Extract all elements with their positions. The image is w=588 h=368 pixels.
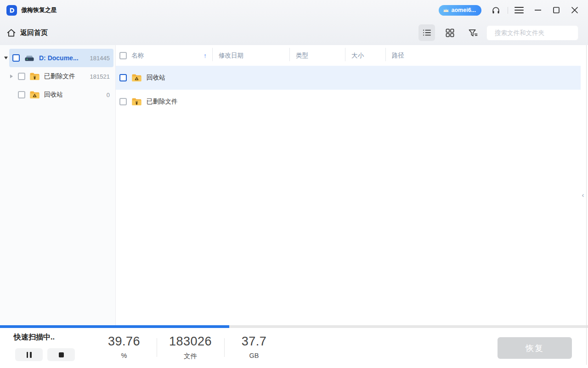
stat-files-value: 183026 — [157, 334, 224, 349]
sidebar-item-label: 回收站 — [44, 91, 63, 99]
maximize-button[interactable] — [549, 3, 563, 17]
column-label: 类型 — [296, 52, 308, 60]
deleted-files-checkbox[interactable] — [18, 73, 25, 80]
titlebar-divider — [508, 7, 508, 14]
top-chrome: 傲梅恢复之星 aomei6... — [0, 0, 588, 45]
back-home-button[interactable]: 返回首页 — [6, 28, 48, 38]
toolbar-right — [412, 24, 578, 41]
scan-status-label: 快速扫描中.. — [14, 333, 55, 342]
collapse-panel-chevron-icon[interactable]: ‹ — [580, 190, 586, 200]
grid-view-icon — [446, 29, 454, 37]
minimize-button[interactable] — [531, 3, 545, 17]
stop-icon — [59, 352, 64, 357]
sidebar-item-recycle-bin[interactable]: 回收站 0 — [3, 86, 113, 104]
column-header-size[interactable]: 大小 — [345, 45, 385, 66]
sidebar-item-count: 181445 — [90, 55, 110, 62]
row-checkbox[interactable] — [119, 98, 127, 105]
stat-percent-unit: % — [91, 352, 157, 359]
stat-percent-value: 39.76 — [91, 334, 157, 349]
row-checkbox[interactable] — [119, 74, 127, 81]
home-icon — [6, 28, 16, 38]
stat-files: 183026 文件 — [157, 334, 224, 361]
folder-trash-icon — [131, 98, 142, 106]
crown-icon — [443, 8, 449, 13]
column-header-type[interactable]: 类型 — [289, 45, 345, 66]
app-title: 傲梅恢复之星 — [21, 6, 57, 14]
column-label: 修改日期 — [219, 52, 243, 60]
title-bar: 傲梅恢复之星 aomei6... — [0, 0, 588, 20]
grid-view-button[interactable] — [441, 24, 458, 41]
column-header-name[interactable]: 名称 ↑ — [116, 45, 212, 66]
toolbar: 返回首页 — [0, 20, 588, 45]
folder-trash-icon — [29, 72, 40, 81]
search-box — [486, 25, 578, 40]
search-input[interactable] — [495, 29, 576, 36]
collapse-toggle-icon[interactable] — [3, 57, 9, 59]
stat-size-unit: GB — [224, 352, 284, 359]
sidebar-item-count: 181521 — [90, 73, 110, 80]
row-name: 已删除文件 — [147, 98, 178, 106]
select-all-checkbox[interactable] — [119, 52, 127, 59]
table-header: 名称 ↑ 修改日期 类型 大小 路径 — [116, 45, 581, 66]
sidebar-item-deleted-files[interactable]: 已删除文件 181521 — [3, 67, 113, 86]
filter-button[interactable] — [464, 24, 481, 41]
status-bar: 快速扫描中.. 39.76 % 183026 文件 37.7 GB 恢复 — [0, 328, 588, 368]
back-home-label: 返回首页 — [20, 29, 48, 37]
sidebar-item-count: 0 — [107, 92, 110, 98]
stat-size-value: 37.7 — [224, 334, 284, 349]
list-view-button[interactable] — [418, 24, 435, 41]
sidebar-item-label: D: Docume... — [39, 54, 79, 62]
sidebar-item-drive-d[interactable]: D: Docume... 181445 — [3, 49, 113, 67]
folder-recycle-icon — [131, 74, 142, 82]
stat-files-unit: 文件 — [157, 352, 224, 361]
pause-scan-button[interactable] — [15, 348, 43, 361]
sidebar-tree: D: Docume... 181445 已删除文件 181521 — [0, 45, 116, 325]
expand-toggle-icon[interactable] — [8, 75, 15, 78]
column-label: 大小 — [351, 52, 364, 60]
list-view-icon — [423, 29, 431, 36]
account-badge-label: aomei6... — [452, 7, 476, 13]
recover-button[interactable]: 恢复 — [498, 337, 572, 359]
table-row-recycle-bin[interactable]: 回收站 — [116, 66, 581, 90]
app-logo-icon — [6, 5, 17, 16]
folder-recycle-icon — [29, 91, 40, 99]
menu-icon[interactable] — [514, 7, 524, 13]
column-header-modified[interactable]: 修改日期 — [212, 45, 289, 66]
scan-controls — [15, 348, 75, 361]
close-button[interactable] — [568, 3, 582, 17]
stat-percent: 39.76 % — [91, 334, 157, 359]
filter-icon — [468, 29, 478, 37]
column-label: 名称 — [131, 52, 144, 60]
support-headset-icon[interactable] — [492, 6, 500, 15]
file-table: 名称 ↑ 修改日期 类型 大小 路径 回收站 — [116, 45, 588, 325]
column-header-path[interactable]: 路径 — [385, 45, 581, 66]
sidebar-item-label: 已删除文件 — [44, 72, 75, 80]
recycle-bin-checkbox[interactable] — [18, 91, 25, 98]
drive-checkbox[interactable] — [12, 54, 20, 62]
hard-drive-icon — [24, 55, 35, 62]
stop-scan-button[interactable] — [47, 348, 75, 361]
table-row-deleted-files[interactable]: 已删除文件 — [116, 90, 581, 114]
column-label: 路径 — [392, 52, 404, 60]
pause-icon — [27, 352, 28, 358]
row-name: 回收站 — [147, 74, 165, 82]
stat-size: 37.7 GB — [224, 334, 284, 359]
account-badge[interactable]: aomei6... — [439, 5, 482, 16]
sort-ascending-icon[interactable]: ↑ — [204, 52, 207, 59]
